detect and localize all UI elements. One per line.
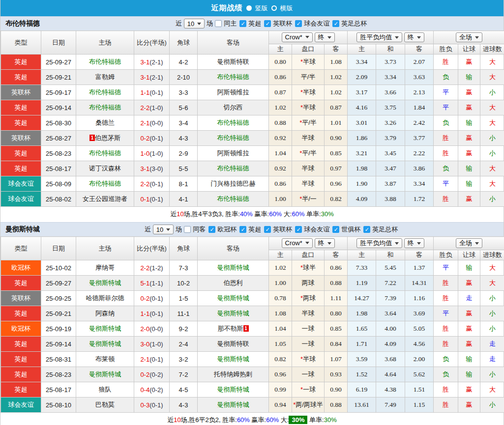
result-goals: 小 [480, 397, 504, 413]
result-wdl: 平 [434, 100, 458, 115]
match-date: 25-10-02 [41, 260, 76, 276]
away-team: 曼彻斯特城 [198, 397, 269, 413]
scope-select[interactable]: 全场 [456, 32, 482, 42]
away-team: 阿斯顿维拉 [198, 85, 269, 100]
avg-home: 4.16 [348, 100, 376, 115]
avg-draw: 3.26 [376, 115, 405, 131]
score: 2-0(0-0) [134, 321, 170, 337]
avg-time-select[interactable]: 终 [404, 32, 424, 42]
col-handicap: 盘口 [292, 44, 325, 55]
corner-score: 4-5 [170, 382, 198, 397]
league-checkbox[interactable]: ✓ [264, 20, 271, 27]
away-team: 曼彻斯特联 [198, 55, 269, 70]
scope-select[interactable]: 全场 [456, 238, 482, 248]
league-checkbox[interactable]: ✓ [295, 20, 302, 27]
col-corner: 角球 [170, 31, 198, 55]
odds-time-select[interactable]: 终 [315, 238, 335, 248]
odds-away: 0.97 [325, 161, 348, 176]
match-rows: 英超25-09-27布伦特福德3-1(2-1)4-2曼彻斯特联0.80*半球1.… [1, 55, 504, 207]
match-rows: 欧冠杯25-10-02摩纳哥2-2(1-2)7-3曼彻斯特城1.02*球半0.8… [1, 260, 504, 413]
result-handicap: 赢 [458, 276, 480, 291]
summary-text: 10 [177, 210, 183, 218]
corner-score: 4-3 [170, 397, 198, 413]
odds-source-select[interactable]: Crow* [282, 238, 313, 248]
score: 1-0(1-0) [134, 146, 170, 161]
same-venue-checkbox[interactable] [184, 226, 191, 233]
handicap: *半球 [292, 100, 325, 115]
league-checkbox[interactable]: ✓ [239, 226, 246, 233]
avg-away: 4.56 [405, 337, 434, 352]
handicap: *半/一 [292, 192, 325, 207]
result-handicap: 输 [458, 161, 480, 176]
avg-away: 3.86 [405, 161, 434, 176]
near-label: 近 [145, 225, 151, 234]
home-team: 哈德斯菲尔德 [76, 291, 134, 306]
avg-draw: 3.47 [376, 161, 405, 176]
score: 2-2(1-2) [134, 260, 170, 276]
avg-source-select[interactable]: 胜平负均值 [356, 32, 402, 42]
vertical-layout-radio[interactable] [246, 5, 252, 11]
league-type: 英超 [1, 161, 41, 176]
league-checkbox[interactable]: ✓ [295, 226, 302, 233]
league-checkbox[interactable]: ✓ [332, 20, 339, 27]
chevron-down-icon [305, 242, 309, 246]
home-team: 富勒姆 [76, 70, 134, 85]
league-checkbox[interactable]: ✓ [264, 226, 271, 233]
summary-text: 场,胜4平3负3, 胜率: [184, 210, 240, 218]
league-type: 英超 [1, 115, 41, 131]
vertical-layout-label[interactable]: 竖版 [255, 4, 268, 13]
result-wdl: 平 [434, 176, 458, 192]
home-team: 摩纳哥 [76, 260, 134, 276]
league-checkbox[interactable]: ✓ [239, 20, 246, 27]
corner-score: 5-5 [170, 161, 198, 176]
horizontal-layout-radio[interactable] [271, 5, 277, 11]
chevron-down-icon [327, 242, 331, 247]
league-checkbox[interactable]: ✓ [208, 226, 215, 233]
odds-source-select[interactable]: Crow* [282, 32, 313, 42]
league-checkbox-label: 英足总杯 [341, 19, 367, 28]
league-type: 欧冠杯 [1, 321, 41, 337]
home-team: 曼彻斯特城 [76, 321, 134, 337]
col-handicap: 盘口 [292, 250, 325, 260]
league-checkbox[interactable]: ✓ [363, 226, 370, 233]
score: 2-1(0-0) [134, 115, 170, 131]
col-odds-away: 客 [325, 44, 348, 55]
summary-text: 30% [324, 416, 337, 424]
results-table-mancity: 类型 日期 主场 比分(半场) 角球 客场 Crow* 终 胜平负均值 终 全场 [0, 236, 504, 413]
avg-time-select[interactable]: 终 [404, 238, 424, 248]
handicap: 一球 [292, 367, 325, 382]
match-count-select[interactable]: 10 [184, 19, 205, 28]
match-date: 25-08-27 [41, 131, 76, 146]
odds-time-select[interactable]: 终 [315, 32, 335, 42]
result-handicap: 走 [458, 291, 480, 306]
avg-draw: 3.87 [376, 176, 405, 192]
filter-controls: 近 10 场 同客 ✓欧冠杯✓英超✓英联杯✓球会友谊✓世俱杯✓英足总杯 [40, 225, 504, 234]
handicap: 半球 [292, 306, 325, 321]
match-row: 球会友谊25-08-10巴勒莫0-3(0-1)4-3曼彻斯特城0.94*两/两球… [1, 397, 504, 413]
result-handicap: 赢 [458, 192, 480, 207]
away-team: 曼彻斯特城 [198, 291, 269, 306]
league-type: 英超 [1, 70, 41, 85]
avg-draw: 3.45 [376, 146, 405, 161]
league-type: 英超 [1, 367, 41, 382]
odds-away: 0.96 [325, 176, 348, 192]
match-row: 英超25-09-21富勒姆3-1(2-1)2-10布伦特福德0.86平/半1.0… [1, 70, 504, 85]
odds-away: 1.11 [325, 291, 348, 306]
match-row: 英超25-08-23布伦特福德1-0(1-0)2-9阿斯顿维拉1.04*平/半0… [1, 146, 504, 161]
avg-home: 3.34 [348, 55, 376, 70]
result-handicap: 赢 [458, 55, 480, 70]
home-team: 1伯恩茅斯 [76, 131, 134, 146]
league-type: 英超 [1, 276, 41, 291]
result-handicap: 赢 [458, 337, 480, 352]
score: 3-0(1-0) [134, 337, 170, 352]
same-venue-checkbox[interactable] [215, 20, 222, 27]
result-wdl: 胜 [434, 146, 458, 161]
odds-away: 0.93 [325, 367, 348, 382]
horizontal-layout-label[interactable]: 横版 [280, 4, 293, 13]
match-count-select[interactable]: 10 [153, 225, 174, 234]
result-wdl: 胜 [434, 131, 458, 146]
avg-home: 1.65 [348, 321, 376, 337]
avg-source-select[interactable]: 胜平负均值 [356, 238, 402, 248]
league-checkbox[interactable]: ✓ [332, 226, 339, 233]
col-handicap-result: 让球 [458, 250, 480, 260]
